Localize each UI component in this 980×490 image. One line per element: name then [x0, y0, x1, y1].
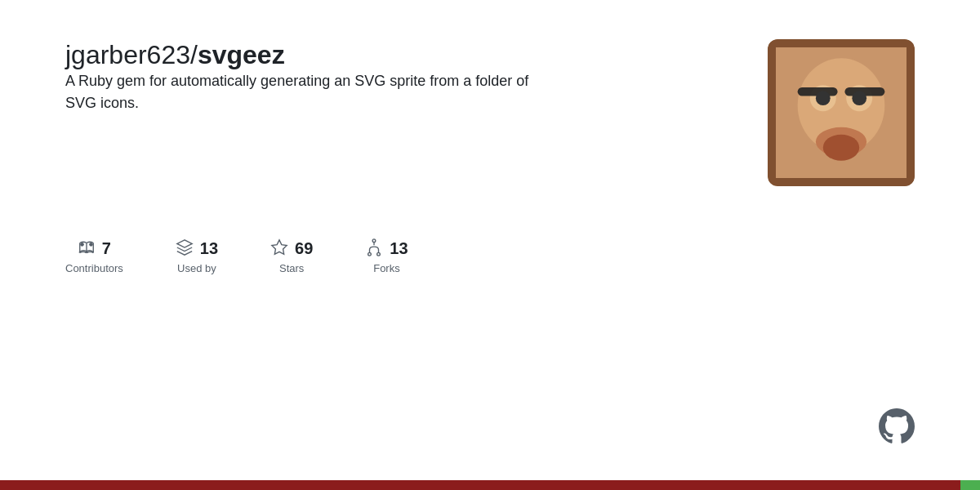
repo-description: A Ruby gem for automatically generating … [65, 70, 555, 114]
stars-label: Stars [279, 262, 304, 274]
star-icon [270, 238, 288, 259]
svg-point-1 [89, 243, 93, 247]
forks-label: Forks [373, 262, 400, 274]
svg-point-4 [368, 252, 372, 256]
stars-count: 69 [295, 239, 313, 258]
fork-icon [365, 238, 383, 259]
contributors-stat-top: 7 [78, 238, 111, 259]
avatar-image [768, 39, 915, 186]
repo-title-block: jgarber623/svgeez A Ruby gem for automat… [65, 39, 555, 114]
repo-title[interactable]: jgarber623/svgeez [65, 39, 555, 70]
stars-stat[interactable]: 69 Stars [270, 238, 313, 274]
used-by-label: Used by [177, 262, 216, 274]
package-icon [176, 238, 194, 259]
forks-stat[interactable]: 13 Forks [365, 238, 408, 274]
svg-point-0 [80, 243, 84, 247]
contributors-count: 7 [102, 239, 111, 258]
forks-stat-top: 13 [365, 238, 408, 259]
repo-header: jgarber623/svgeez A Ruby gem for automat… [65, 39, 915, 186]
forks-count: 13 [390, 239, 408, 258]
used-by-stat-top: 13 [176, 238, 218, 259]
used-by-stat[interactable]: 13 Used by [176, 238, 218, 274]
stars-stat-top: 69 [270, 238, 313, 259]
contributors-label: Contributors [65, 262, 123, 274]
svg-point-5 [377, 252, 381, 256]
main-content: jgarber623/svgeez A Ruby gem for automat… [0, 0, 980, 480]
used-by-count: 13 [200, 239, 218, 258]
bottom-bar [0, 480, 980, 490]
contributors-icon [78, 238, 96, 259]
avatar [768, 39, 915, 186]
stats-row: 7 Contributors 13 Used by [65, 238, 915, 274]
svg-marker-2 [272, 240, 287, 254]
svg-point-3 [372, 239, 376, 243]
github-logo[interactable] [879, 408, 915, 448]
repo-name[interactable]: svgeez [198, 40, 285, 69]
contributors-stat[interactable]: 7 Contributors [65, 238, 123, 274]
repo-owner[interactable]: jgarber623 [65, 40, 190, 69]
